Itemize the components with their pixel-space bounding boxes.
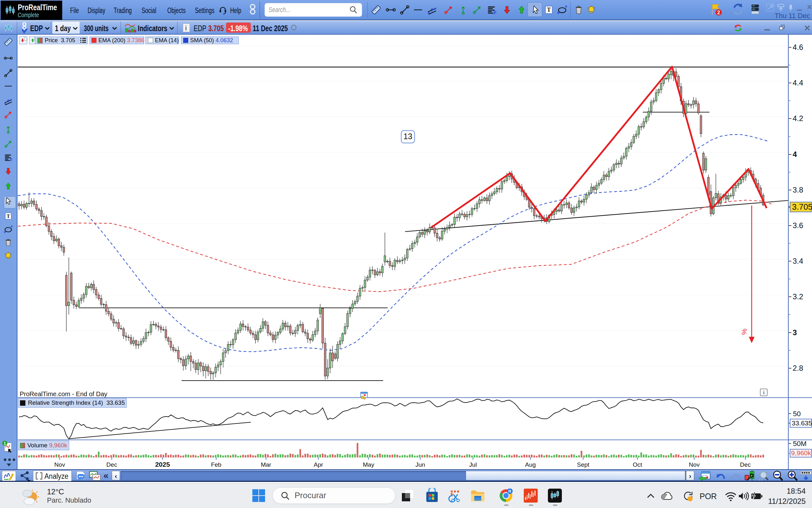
svg-text:2.8: 2.8: [793, 364, 803, 372]
svg-text:May: May: [363, 461, 374, 468]
svg-text:3.6: 3.6: [793, 221, 803, 230]
svg-text:4.6: 4.6: [793, 43, 803, 51]
svg-text:50M: 50M: [793, 440, 807, 448]
svg-text:Dec: Dec: [740, 461, 751, 468]
svg-text:2025: 2025: [155, 461, 170, 468]
svg-text:R: R: [508, 489, 511, 494]
svg-text:Oct: Oct: [633, 461, 642, 468]
svg-text:3: 3: [793, 328, 797, 337]
svg-text:33.635: 33.635: [792, 419, 812, 427]
svg-text:ProRealTime.com - End of Day: ProRealTime.com - End of Day: [20, 390, 107, 397]
svg-text:4: 4: [793, 150, 797, 159]
svg-text:Apr: Apr: [314, 461, 323, 468]
svg-text:3.4: 3.4: [793, 257, 803, 265]
svg-text:Sept: Sept: [577, 461, 589, 468]
svg-text:4.2: 4.2: [793, 114, 803, 123]
svg-text:50: 50: [793, 410, 801, 418]
svg-text:Dec: Dec: [106, 461, 117, 468]
svg-text:Mar: Mar: [261, 461, 272, 468]
svg-text:Nov: Nov: [689, 461, 700, 468]
svg-text:3.8: 3.8: [793, 185, 803, 194]
svg-text:Aug: Aug: [525, 461, 536, 468]
svg-text:9,960k: 9,960k: [791, 449, 811, 457]
svg-text:4.4: 4.4: [793, 79, 803, 87]
svg-text:Nov: Nov: [54, 461, 65, 468]
svg-text:i: i: [763, 389, 765, 395]
svg-text:Jun: Jun: [416, 461, 425, 468]
svg-text:3.2: 3.2: [793, 292, 803, 301]
svg-text:2: 2: [717, 10, 720, 15]
svg-text:3.705: 3.705: [792, 202, 812, 212]
svg-text:Feb: Feb: [211, 461, 222, 468]
svg-text:Jul: Jul: [469, 461, 477, 468]
svg-text:13: 13: [403, 132, 412, 141]
svg-text:1: 1: [3, 441, 6, 446]
svg-text:%: %: [740, 329, 748, 335]
